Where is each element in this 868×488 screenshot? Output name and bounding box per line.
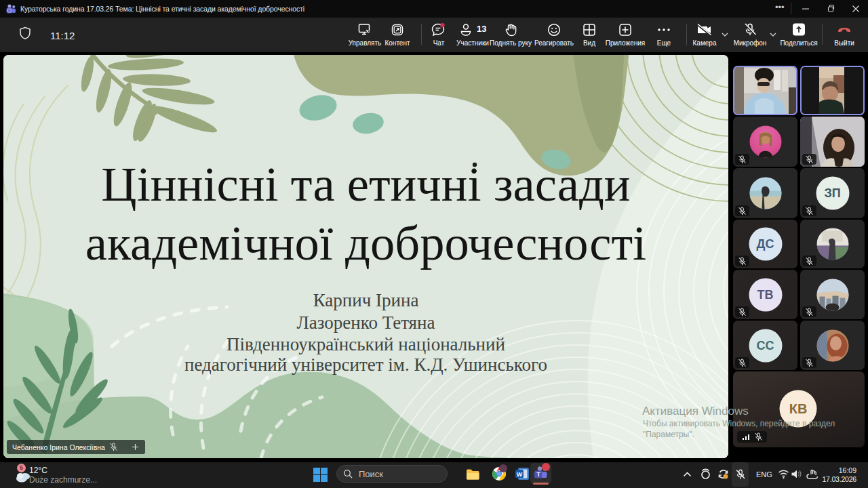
svg-text:T: T [537, 471, 541, 478]
svg-text:W: W [517, 471, 523, 478]
